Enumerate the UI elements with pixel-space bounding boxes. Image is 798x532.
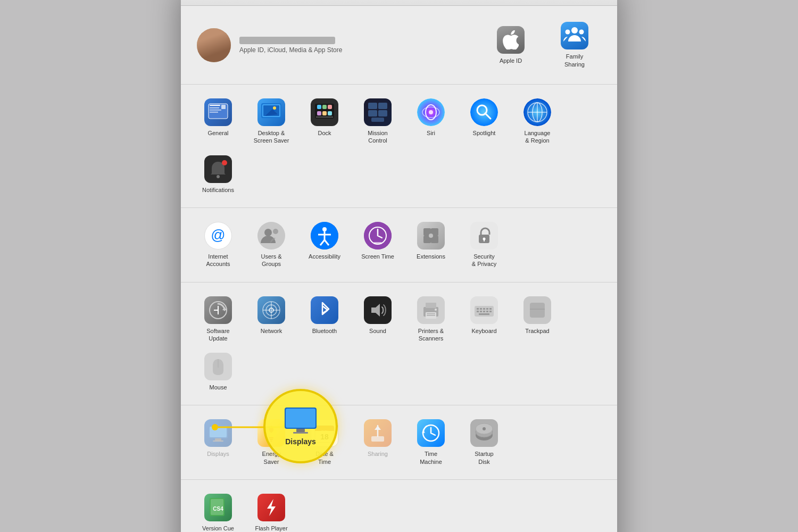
svg-rect-24: [368, 110, 377, 117]
pref-item-extensions[interactable]: Extensions: [404, 217, 458, 273]
spotlight-icon-svg: [470, 98, 498, 126]
pref-item-displays[interactable]: Displays: [192, 414, 245, 471]
pref-item-security[interactable]: Security& Privacy: [458, 217, 511, 273]
svg-rect-79: [477, 308, 479, 310]
screen-time-icon: [364, 222, 392, 250]
pref-item-network[interactable]: Network: [245, 291, 298, 348]
pref-item-mission-control[interactable]: MissionControl: [351, 93, 404, 150]
family-sharing-icon: [561, 22, 588, 49]
pref-item-general[interactable]: General: [192, 93, 245, 150]
svg-rect-75: [427, 313, 435, 314]
printers-label: Printers &Scanners: [418, 327, 444, 343]
avatar[interactable]: [197, 28, 231, 62]
sharing-icon-svg: [366, 421, 389, 445]
screentime-icon-svg: [364, 222, 392, 250]
security-label: Security& Privacy: [472, 253, 496, 268]
svg-rect-17: [322, 105, 327, 109]
svg-point-43: [257, 222, 285, 250]
profile-subtitle: Apple ID, iCloud, Media & App Store: [239, 46, 342, 54]
section-accounts: @ InternetAccounts: [181, 208, 617, 282]
displays-highlight-circle: Displays: [263, 389, 338, 463]
family-icon-svg: [563, 26, 586, 46]
software-update-icon: [204, 296, 232, 324]
pref-item-trackpad[interactable]: Trackpad: [511, 291, 564, 348]
pref-item-siri[interactable]: Siri: [404, 93, 458, 150]
dock-icon-svg: [313, 101, 336, 124]
pref-item-keyboard[interactable]: Keyboard: [458, 291, 511, 348]
general-icon-svg: [206, 101, 230, 124]
language-icon-svg: [523, 98, 551, 126]
pref-item-sound[interactable]: Sound: [351, 291, 404, 348]
pref-item-time-machine[interactable]: TimeMachine: [404, 414, 458, 471]
svg-point-2: [579, 30, 584, 35]
svg-rect-54: [373, 242, 382, 244]
internet-accounts-icon: @: [204, 222, 232, 250]
network-label: Network: [261, 327, 282, 335]
pref-item-family-sharing[interactable]: FamilySharing: [548, 16, 601, 73]
mission-icon-svg: [366, 101, 389, 124]
svg-rect-82: [486, 308, 488, 310]
pref-item-language[interactable]: Language& Region: [511, 93, 564, 150]
pref-item-mouse[interactable]: Mouse: [192, 347, 245, 396]
svg-rect-120: [286, 409, 315, 428]
profile-info: Apple ID, iCloud, Media & App Store: [239, 37, 342, 54]
svg-rect-83: [489, 308, 492, 310]
svg-point-39: [217, 175, 220, 178]
svg-point-115: [483, 427, 486, 430]
svg-point-1: [566, 30, 570, 35]
svg-rect-22: [368, 103, 377, 109]
mission-control-label: MissionControl: [368, 129, 387, 145]
svg-point-13: [273, 106, 276, 110]
network-icon-svg: [260, 298, 283, 322]
pref-item-spotlight[interactable]: Spotlight: [458, 93, 511, 150]
software-update-svg: [206, 298, 230, 322]
desktop-icon-svg: [260, 101, 283, 124]
desktop-label: Desktop &Screen Saver: [254, 129, 289, 145]
pref-item-printers[interactable]: Printers &Scanners: [404, 291, 458, 348]
svg-text:@: @: [211, 227, 225, 243]
pref-item-bluetooth[interactable]: Bluetooth: [298, 291, 351, 348]
svg-rect-4: [210, 105, 220, 106]
icon-grid-3: SoftwareUpdate Network: [192, 291, 606, 397]
svg-rect-16: [317, 105, 321, 109]
svg-rect-62: [484, 239, 485, 242]
pref-item-internet-accounts[interactable]: @ InternetAccounts: [192, 217, 245, 273]
accessibility-icon: [311, 222, 338, 250]
pref-item-notifications[interactable]: Notifications: [192, 150, 245, 199]
svg-rect-18: [328, 105, 332, 109]
startup-disk-label: StartupDisk: [475, 450, 493, 466]
svg-rect-96: [213, 440, 223, 442]
pref-item-dock[interactable]: Dock: [298, 93, 351, 150]
startup-disk-icon: [470, 419, 498, 447]
spotlight-label: Spotlight: [473, 129, 496, 137]
titlebar: ‹ › System Preferences 🔍: [181, 0, 617, 6]
pref-item-screen-time[interactable]: Screen Time: [351, 217, 404, 273]
svg-rect-20: [322, 111, 327, 115]
svg-rect-121: [296, 429, 305, 432]
pref-item-version-cue[interactable]: CS4 Version CueCS4: [192, 488, 245, 532]
section-hardware: SoftwareUpdate Network: [181, 282, 617, 406]
pref-item-sharing[interactable]: Sharing: [351, 414, 404, 471]
bluetooth-icon: [311, 296, 338, 324]
pref-item-apple-id[interactable]: Apple ID: [484, 21, 537, 70]
svg-rect-87: [486, 311, 488, 312]
displays-icon: [204, 419, 232, 447]
pref-item-software-update[interactable]: SoftwareUpdate: [192, 291, 245, 348]
svg-rect-6: [210, 110, 221, 111]
trackpad-label: Trackpad: [525, 327, 549, 335]
svg-rect-21: [328, 111, 332, 115]
pref-item-desktop[interactable]: Desktop &Screen Saver: [245, 93, 298, 150]
svg-point-44: [264, 229, 272, 236]
pref-item-flash-player[interactable]: Flash Player: [245, 488, 298, 532]
internet-accounts-label: InternetAccounts: [206, 253, 230, 268]
pref-item-accessibility[interactable]: Accessibility: [298, 217, 351, 273]
pref-item-startup-disk[interactable]: StartupDisk: [458, 414, 511, 471]
bluetooth-icon-svg: [313, 298, 336, 322]
svg-point-77: [435, 309, 437, 311]
pref-item-users-groups[interactable]: Users &Groups: [245, 217, 298, 273]
language-icon: [523, 98, 551, 126]
mouse-icon: [204, 353, 232, 380]
svg-rect-94: [210, 427, 227, 437]
svg-rect-107: [371, 436, 384, 442]
svg-rect-84: [477, 311, 479, 312]
